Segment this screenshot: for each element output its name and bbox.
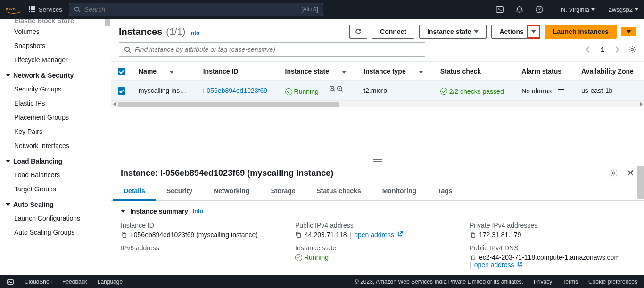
sidebar-item-target-groups[interactable]: Target Groups <box>0 182 111 196</box>
tab-details[interactable]: Details <box>113 182 156 201</box>
details-resize-handle[interactable] <box>111 158 644 165</box>
instance-state-button[interactable]: Instance state <box>419 25 487 39</box>
details-settings-icon[interactable] <box>610 169 618 177</box>
cookie-preferences-link[interactable]: Cookie preferences <box>588 279 637 285</box>
svg-text:aws: aws <box>6 6 15 11</box>
svg-rect-1 <box>29 6 30 8</box>
language-link[interactable]: Language <box>98 279 123 285</box>
row-checkbox[interactable] <box>118 87 125 95</box>
svg-rect-4 <box>29 8 30 10</box>
details-tabs: Details Security Networking Storage Stat… <box>111 182 644 201</box>
horizontal-scrollbar[interactable] <box>111 100 644 107</box>
copy-icon[interactable] <box>470 231 476 238</box>
cell-instance-id[interactable]: i-056eb894ed1023f69 <box>203 87 267 94</box>
sidebar-item-lifecycle-manager[interactable]: Lifecycle Manager <box>0 53 111 67</box>
top-nav: aws Services [Alt+S] N. Virginia awsgsp2 <box>0 0 644 19</box>
col-name[interactable]: Name <box>132 62 197 81</box>
col-availability-zone[interactable]: Availability Zone <box>575 62 644 81</box>
tab-security[interactable]: Security <box>156 182 203 200</box>
cloudshell-footer-icon[interactable] <box>7 278 14 286</box>
sidebar-item-load-balancers[interactable]: Load Balancers <box>0 168 111 182</box>
sidebar-item-key-pairs[interactable]: Key Pairs <box>0 124 111 139</box>
state-zoom-icons[interactable] <box>329 85 343 92</box>
field-ipv6: IPv6 address – <box>121 242 286 271</box>
sidebar-item-volumes[interactable]: Volumes <box>0 25 111 39</box>
svg-rect-8 <box>31 11 33 12</box>
open-address-link-dns[interactable]: open address <box>474 261 523 269</box>
page-info-link[interactable]: Info <box>189 30 199 36</box>
help-icon[interactable] <box>535 5 544 14</box>
pager-next[interactable] <box>613 46 619 53</box>
actions-button[interactable]: Actions <box>491 25 528 39</box>
sidebar-item-network-interfaces[interactable]: Network Interfaces <box>0 139 111 153</box>
services-button[interactable]: Services <box>25 4 65 15</box>
col-instance-type[interactable]: Instance type <box>357 62 433 81</box>
pager: 1 <box>586 45 636 54</box>
feedback-link[interactable]: Feedback <box>62 279 87 285</box>
settings-icon[interactable] <box>628 45 636 54</box>
sidebar-group-auto-scaling[interactable]: Auto Scaling <box>0 196 111 211</box>
col-alarm-status[interactable]: Alarm status <box>515 62 575 81</box>
filter-input[interactable] <box>135 46 420 53</box>
aws-logo[interactable]: aws <box>6 5 22 14</box>
sidebar-group-load-balancing[interactable]: Load Balancing <box>0 153 111 168</box>
tab-status-checks[interactable]: Status checks <box>306 182 372 200</box>
add-alarm-icon[interactable] <box>557 86 565 93</box>
details-close-icon[interactable]: ✕ <box>627 167 635 179</box>
col-instance-id[interactable]: Instance ID <box>197 62 279 81</box>
field-public-ipv4: Public IPv4 address 44.203.71.118 | open… <box>295 220 460 240</box>
account-selector[interactable]: awsgsp2 <box>609 6 638 13</box>
sidebar-item-snapshots[interactable]: Snapshots <box>0 39 111 53</box>
sidebar-item-elastic-ips[interactable]: Elastic IPs <box>0 96 111 110</box>
filter-row: 1 <box>111 42 644 61</box>
field-public-dns: Public IPv4 DNS ec2-44-203-71-118.comput… <box>470 242 635 271</box>
copy-icon[interactable] <box>295 231 302 238</box>
cloudshell-icon[interactable] <box>495 5 504 14</box>
table-row[interactable]: myscalling ins… i-056eb894ed1023f69 Runn… <box>111 81 644 100</box>
sidebar-item-security-groups[interactable]: Security Groups <box>0 82 111 96</box>
filter-input-wrap[interactable] <box>119 42 425 57</box>
svg-point-10 <box>75 7 79 11</box>
details-scrollbar[interactable] <box>637 166 644 199</box>
svg-rect-27 <box>471 233 475 237</box>
search-input[interactable] <box>84 6 301 13</box>
sidebar-item-placement-groups[interactable]: Placement Groups <box>0 110 111 124</box>
pager-prev[interactable] <box>586 46 592 53</box>
sidebar: Elastic Block Store Volumes Snapshots Li… <box>0 19 111 275</box>
svg-rect-9 <box>33 11 35 12</box>
svg-rect-7 <box>29 11 30 12</box>
actions-caret-highlighted[interactable] <box>527 25 540 39</box>
tab-tags[interactable]: Tags <box>427 182 463 200</box>
tab-monitoring[interactable]: Monitoring <box>372 182 427 200</box>
select-all-checkbox[interactable] <box>118 68 125 75</box>
copy-icon[interactable] <box>121 231 127 238</box>
terms-link[interactable]: Terms <box>562 279 578 285</box>
privacy-link[interactable]: Privacy <box>534 279 552 285</box>
region-selector[interactable]: N. Virginia <box>561 6 595 13</box>
svg-point-14 <box>125 47 129 51</box>
col-instance-state[interactable]: Instance state <box>279 62 357 81</box>
copy-icon[interactable] <box>470 254 476 261</box>
col-status-check[interactable]: Status check <box>434 62 515 81</box>
details-title: Instance: i-056eb894ed1023f69 (myscallin… <box>121 168 333 178</box>
launch-instances-button[interactable]: Launch instances <box>545 25 617 39</box>
sidebar-group-ebs-truncated[interactable]: Elastic Block Store <box>0 19 111 25</box>
sidebar-item-launch-configurations[interactable]: Launch Configurations <box>0 211 111 225</box>
sidebar-group-network-security[interactable]: Network & Security <box>0 67 111 82</box>
tab-storage[interactable]: Storage <box>260 182 306 200</box>
search-bar[interactable]: [Alt+S] <box>69 3 323 16</box>
sidebar-item-auto-scaling-groups[interactable]: Auto Scaling Groups <box>0 225 111 239</box>
svg-line-18 <box>333 90 335 92</box>
instance-summary-header[interactable]: Instance summary Info <box>111 201 644 218</box>
cloudshell-link[interactable]: CloudShell <box>25 279 52 285</box>
summary-info-link[interactable]: Info <box>193 208 203 214</box>
refresh-button[interactable] <box>349 25 367 39</box>
notifications-icon[interactable] <box>515 5 524 14</box>
svg-rect-2 <box>31 6 33 8</box>
instances-table: Name Instance ID Instance state Instance… <box>111 61 644 107</box>
page-count: (1/1) <box>166 26 185 37</box>
connect-button[interactable]: Connect <box>372 25 414 39</box>
tab-networking[interactable]: Networking <box>203 182 260 200</box>
open-address-link[interactable]: open address <box>354 231 403 239</box>
launch-instances-caret[interactable] <box>621 27 636 36</box>
